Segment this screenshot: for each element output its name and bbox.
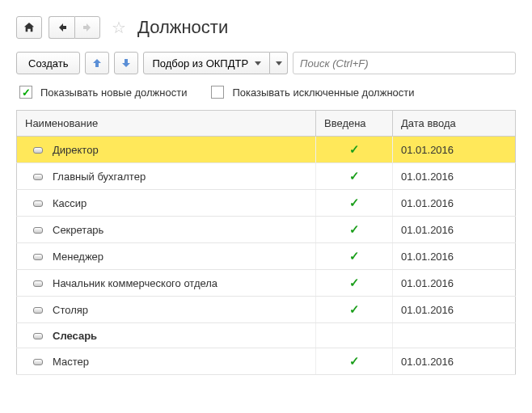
check-icon: ✓	[349, 222, 360, 236]
date-cell: 01.01.2016	[393, 297, 516, 323]
date-cell: 01.01.2016	[393, 190, 516, 217]
check-icon: ✓	[349, 196, 360, 209]
position-name: Мастер	[53, 356, 89, 368]
item-icon	[33, 174, 43, 180]
table-row[interactable]: Столяр✓01.01.2016	[17, 297, 516, 323]
table-row[interactable]: Кассир✓01.01.2016	[17, 190, 516, 217]
chevron-down-icon	[255, 61, 261, 65]
check-icon: ✓	[349, 354, 360, 368]
pick-okpdtr-label: Подбор из ОКПДТР	[152, 57, 248, 70]
item-icon	[33, 359, 43, 365]
position-name: Столяр	[53, 304, 88, 316]
show-excluded-label: Показывать исключенные должности	[232, 86, 414, 99]
table-row[interactable]: Директор✓01.01.2016	[17, 137, 516, 163]
pick-okpdtr-split-button[interactable]	[270, 52, 288, 74]
table-row[interactable]: Секретарь✓01.01.2016	[17, 217, 516, 243]
date-cell: 01.01.2016	[393, 243, 516, 270]
column-header-date[interactable]: Дата ввода	[393, 111, 516, 137]
arrow-left-icon	[57, 23, 67, 32]
chevron-down-icon	[276, 61, 282, 65]
table-row[interactable]: Менеджер✓01.01.2016	[17, 243, 516, 270]
home-button[interactable]	[16, 16, 42, 39]
position-name: Директор	[53, 144, 99, 156]
date-cell: 01.01.2016	[393, 348, 516, 375]
position-name: Секретарь	[53, 224, 103, 236]
table-row[interactable]: Слесарь	[17, 323, 516, 348]
arrow-down-icon	[121, 58, 131, 68]
date-cell	[393, 323, 516, 348]
item-icon	[33, 254, 43, 260]
item-icon	[33, 307, 43, 314]
check-icon: ✓	[349, 142, 360, 156]
show-excluded-checkbox[interactable]	[211, 86, 224, 99]
forward-button[interactable]	[74, 16, 100, 39]
item-icon	[33, 200, 43, 207]
check-icon: ✓	[349, 276, 360, 289]
table-row[interactable]: Главный бухгалтер✓01.01.2016	[17, 163, 516, 190]
date-cell: 01.01.2016	[393, 137, 516, 163]
arrow-up-icon	[92, 58, 102, 68]
pick-okpdtr-button[interactable]: Подбор из ОКПДТР	[143, 52, 270, 74]
arrow-right-icon	[82, 23, 92, 32]
check-icon: ✓	[349, 302, 360, 316]
date-cell: 01.01.2016	[393, 163, 516, 190]
item-icon	[33, 280, 43, 287]
search-input[interactable]	[293, 52, 516, 74]
back-button[interactable]	[49, 16, 74, 39]
create-button[interactable]: Создать	[16, 52, 80, 74]
show-new-label: Показывать новые должности	[40, 86, 187, 99]
show-new-checkbox[interactable]	[19, 86, 32, 99]
page-title: Должности	[137, 17, 228, 38]
position-name: Менеджер	[53, 251, 103, 263]
check-icon: ✓	[349, 249, 360, 263]
position-name: Главный бухгалтер	[53, 171, 146, 183]
column-header-name[interactable]: Наименование	[17, 111, 316, 137]
item-icon	[33, 147, 43, 154]
home-icon	[23, 22, 35, 33]
date-cell: 01.01.2016	[393, 217, 516, 243]
item-icon	[33, 333, 43, 339]
position-name: Начальник коммерческого отдела	[53, 277, 217, 289]
positions-table: Наименование Введена Дата ввода Директор…	[16, 110, 516, 375]
date-cell: 01.01.2016	[393, 270, 516, 297]
item-icon	[33, 227, 43, 234]
check-icon: ✓	[349, 169, 360, 183]
favorite-star-icon[interactable]: ☆	[112, 18, 126, 37]
position-name: Слесарь	[53, 330, 97, 342]
move-up-button[interactable]	[85, 52, 109, 74]
column-header-introduced[interactable]: Введена	[316, 111, 393, 137]
table-row[interactable]: Мастер✓01.01.2016	[17, 348, 516, 375]
move-down-button[interactable]	[114, 52, 138, 74]
position-name: Кассир	[53, 197, 87, 209]
table-row[interactable]: Начальник коммерческого отдела✓01.01.201…	[17, 270, 516, 297]
